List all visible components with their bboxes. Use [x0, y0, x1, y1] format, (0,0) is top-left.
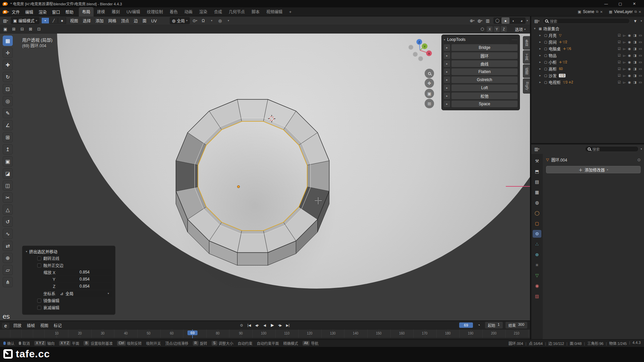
expand-arrow-icon[interactable]: ▸ [539, 34, 543, 37]
selectable-icon[interactable]: ▻ [623, 74, 626, 77]
remove-viewlayer-icon[interactable]: ✕ [639, 10, 641, 14]
tool-button[interactable]: ⇄ [3, 241, 13, 251]
material-shading-button[interactable]: ◐ [509, 17, 518, 24]
chevron-down-icon[interactable]: ▾ [641, 19, 642, 22]
exclude-checkbox-icon[interactable]: ☑ [618, 34, 621, 37]
sidebar-tab[interactable]: Rigify [523, 78, 530, 94]
selectable-icon[interactable]: ▻ [623, 34, 626, 37]
end-frame-field[interactable]: 结束 300 [505, 322, 527, 328]
prev-keyframe-button[interactable]: ◀• [254, 323, 260, 327]
exclude-checkbox-icon[interactable]: ☑ [618, 40, 621, 44]
jump-to-start-button[interactable]: |◀ [247, 323, 252, 327]
outliner-search-input[interactable]: 搜索 [542, 18, 630, 24]
editor-type-icon[interactable]: ▥▾ [533, 146, 540, 152]
hide-eye-icon[interactable]: ◉ [628, 34, 631, 37]
looptools-operator-button[interactable]: Bridge [451, 44, 518, 51]
play-reverse-button[interactable]: ◀ [262, 323, 267, 327]
expand-arrow-icon[interactable]: ▸ [539, 54, 543, 57]
viewport-menu-item[interactable]: UV [149, 18, 159, 24]
looptools-operator-button[interactable]: Space [451, 101, 518, 107]
looptools-operator-button[interactable]: Gstretch [451, 76, 518, 83]
tool-button[interactable]: ✚ [3, 60, 13, 70]
tool-options-dropdown[interactable]: 选项 ▾ [513, 26, 528, 33]
looptools-header[interactable]: ▾ LoopTools ···· [444, 36, 518, 43]
editor-type-icon[interactable]: ▤▾ [533, 18, 540, 24]
workspace-tab[interactable]: 动画 [181, 7, 196, 16]
expand-arrow-icon[interactable]: ▸ [444, 101, 450, 107]
proportional-editing-icon[interactable]: ◎ [217, 17, 223, 24]
hide-eye-icon[interactable]: ◉ [628, 47, 631, 51]
mirror-axis-button[interactable]: Y [494, 26, 500, 32]
chevron-down-icon[interactable]: ▾ [641, 147, 642, 150]
tool-button[interactable]: ◫ [3, 180, 13, 191]
expand-arrow-icon[interactable]: ▸ [444, 68, 450, 75]
viewport-visibility-icon[interactable]: ▭ [639, 60, 642, 64]
select-mode-subtract-icon[interactable]: ⊟ [19, 26, 25, 33]
properties-tab[interactable]: ▢ [533, 220, 541, 227]
tool-button[interactable]: ▣ [3, 156, 13, 167]
timeline-menu-item[interactable]: 回放 [11, 323, 24, 329]
looptools-operator-button[interactable]: Loft [451, 84, 518, 91]
tool-button[interactable]: △ [3, 204, 13, 215]
camera-view-icon[interactable]: ▣ [425, 89, 434, 98]
properties-tab[interactable]: ⚙ [533, 230, 541, 238]
editor-type-icon[interactable]: ▧▾ [2, 17, 9, 24]
workspace-tab[interactable]: 着色 [166, 7, 181, 16]
tool-button[interactable]: ∿ [3, 229, 13, 239]
tool-button[interactable]: ◪ [3, 168, 13, 179]
expand-arrow-icon[interactable]: ▸ [444, 52, 450, 59]
hide-eye-icon[interactable]: ◉ [628, 54, 631, 57]
properties-tab[interactable]: ▽ [533, 272, 541, 279]
outliner-row[interactable]: ▸ ▢ 沙发 ▽3 ☑▻◉◨▭ [531, 72, 644, 79]
orientation-select[interactable]: ⊿ 全局 ▾ [57, 291, 112, 297]
tool-button[interactable]: ↥ [3, 144, 13, 155]
properties-tab[interactable]: ⚒ [533, 157, 541, 165]
workspace-tab[interactable]: 几何节点 [225, 7, 248, 16]
hide-eye-icon[interactable]: ◉ [628, 74, 631, 77]
tool-button[interactable]: ✎ [3, 108, 13, 118]
navigation-gizmo[interactable]: Z Y X [405, 34, 434, 63]
sidebar-tab[interactable]: 工具 [523, 50, 530, 64]
workspace-tab[interactable]: 建模 [94, 7, 108, 16]
viewport-menu-item[interactable]: 选择 [80, 18, 93, 24]
selectable-icon[interactable]: ▻ [623, 54, 626, 57]
tool-button[interactable]: ∠ [3, 120, 13, 130]
workspace-tab[interactable]: 渲染 [196, 7, 211, 16]
viewport-menu-item[interactable]: 边 [131, 18, 140, 24]
outliner-row[interactable]: ▸ ▢ 小柜 ✛ ▽2 ☑▻◉◨▭ [531, 59, 644, 65]
wireframe-shading-button[interactable]: ◯ [493, 17, 501, 24]
viewport-visibility-icon[interactable]: ▭ [639, 67, 642, 71]
select-mode-set-icon[interactable]: ▣ [2, 26, 9, 33]
zoom-icon[interactable] [425, 69, 434, 78]
workspace-tab[interactable]: 雕刻 [108, 7, 123, 16]
workspace-tab[interactable]: + [286, 8, 295, 16]
viewport-visibility-icon[interactable]: ▭ [639, 40, 642, 44]
outliner-row[interactable]: ▸ ▢ 电视柜 ▽3 ✛2 ☑▻◉◨▭ [531, 79, 644, 85]
camera-visibility-icon[interactable]: ◨ [633, 80, 636, 84]
proportional-falloff-dropdown[interactable]: ▾ [225, 17, 232, 24]
menu-item[interactable]: 窗口 [49, 9, 63, 16]
tool-button[interactable]: ⊡ [3, 84, 13, 94]
tool-button[interactable]: ✛ [3, 48, 13, 58]
mirror-editing-checkbox[interactable] [37, 299, 41, 303]
outliner-row[interactable]: ▸ ▢ 电脑桌 ✛ ▽6 ☑▻◉◨▭ [531, 45, 644, 52]
looptools-operator-button[interactable]: 松弛 [451, 93, 518, 99]
hide-eye-icon[interactable]: ◉ [628, 80, 631, 84]
select-mode-invert-icon[interactable]: ⊠ [27, 26, 34, 33]
viewport-menu-item[interactable]: 面 [140, 18, 149, 24]
expand-arrow-icon[interactable]: ▸ [539, 80, 543, 84]
tool-button[interactable]: ✂ [3, 192, 13, 203]
selectable-icon[interactable]: ▻ [623, 80, 626, 84]
camera-visibility-icon[interactable]: ◨ [633, 67, 636, 71]
selectable-icon[interactable]: ▻ [623, 47, 626, 51]
current-frame-field[interactable]: 69 [459, 322, 473, 328]
timeline-menu-item[interactable]: 视图 [38, 323, 51, 329]
expand-arrow-icon[interactable]: ▸ [539, 67, 543, 70]
expand-arrow-icon[interactable]: ▸ [539, 47, 543, 50]
add-modifier-button[interactable]: ＋ 添加修改器 ▾ [546, 166, 641, 173]
operator-panel-header[interactable]: ▾ 挤出选区并移动 [26, 248, 112, 255]
snap-dropdown[interactable]: ▾ [208, 17, 215, 24]
exclude-checkbox-icon[interactable]: ☑ [618, 67, 621, 71]
camera-visibility-icon[interactable]: ◨ [633, 34, 636, 37]
next-keyframe-button[interactable]: •▶ [277, 323, 283, 327]
